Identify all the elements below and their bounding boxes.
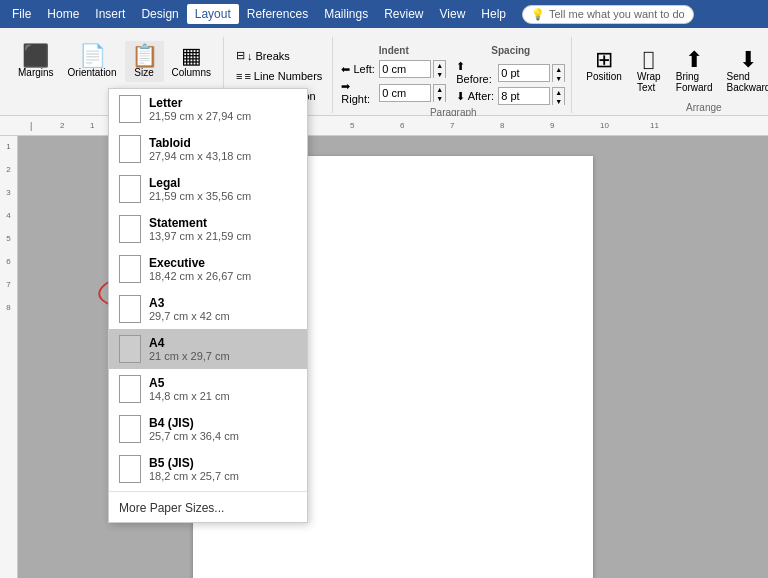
more-paper-sizes-button[interactable]: More Paper Sizes... bbox=[109, 494, 307, 522]
legal-text: Legal 21,59 cm x 35,56 cm bbox=[149, 176, 251, 202]
spacing-after-input[interactable] bbox=[498, 87, 550, 105]
lightbulb-icon: 💡 bbox=[531, 8, 545, 21]
orientation-label: Orientation bbox=[68, 67, 117, 78]
columns-label: Columns bbox=[172, 67, 211, 78]
tabloid-paper-icon bbox=[119, 135, 141, 163]
size-button[interactable]: 📋 Size bbox=[125, 41, 164, 82]
bring-forward-label: Bring Forward bbox=[676, 71, 713, 93]
orientation-icon: 📄 bbox=[79, 45, 106, 67]
tabloid-name: Tabloid bbox=[149, 136, 251, 150]
wrap-text-button[interactable]: ⌷ Wrap Text bbox=[630, 45, 668, 97]
letter-paper-icon bbox=[119, 95, 141, 123]
menu-view[interactable]: View bbox=[432, 4, 474, 24]
spinner-down-icon3[interactable]: ▼ bbox=[553, 74, 564, 83]
margins-label: Margins bbox=[18, 67, 54, 78]
menu-help[interactable]: Help bbox=[473, 4, 514, 24]
indent-left-input[interactable] bbox=[379, 60, 431, 78]
dropdown-item-a4[interactable]: A4 21 cm x 29,7 cm bbox=[109, 329, 307, 369]
a5-text: A5 14,8 cm x 21 cm bbox=[149, 376, 230, 402]
executive-name: Executive bbox=[149, 256, 251, 270]
dropdown-item-tabloid[interactable]: Tabloid 27,94 cm x 43,18 cm bbox=[109, 129, 307, 169]
b4jis-size: 25,7 cm x 36,4 cm bbox=[149, 430, 239, 442]
a3-name: A3 bbox=[149, 296, 230, 310]
menu-review[interactable]: Review bbox=[376, 4, 431, 24]
send-backward-label: Send Backward bbox=[726, 71, 768, 93]
columns-button[interactable]: ▦ Columns bbox=[166, 41, 217, 82]
spinner-up-icon[interactable]: ▲ bbox=[434, 61, 445, 70]
line-numbers-button[interactable]: ≡ ≡ Line Numbers bbox=[232, 68, 326, 84]
indent-right-input[interactable] bbox=[379, 84, 431, 102]
b5jis-size: 18,2 cm x 25,7 cm bbox=[149, 470, 239, 482]
spacing-after-label: ⬇ After: bbox=[456, 90, 496, 103]
margins-button[interactable]: ⬛ Margins bbox=[12, 41, 60, 82]
send-backward-button[interactable]: ⬇ Send Backward bbox=[720, 45, 768, 97]
breaks-button[interactable]: ⊟ ↓ Breaks bbox=[232, 47, 326, 64]
spinner-up-icon4[interactable]: ▲ bbox=[553, 88, 564, 97]
line-numbers-icon: ≡ bbox=[236, 70, 242, 82]
spinner-up-icon2[interactable]: ▲ bbox=[434, 85, 445, 94]
statement-text: Statement 13,97 cm x 21,59 cm bbox=[149, 216, 251, 242]
dropdown-item-legal[interactable]: Legal 21,59 cm x 35,56 cm bbox=[109, 169, 307, 209]
tell-me-text: Tell me what you want to do bbox=[549, 8, 685, 20]
a5-name: A5 bbox=[149, 376, 230, 390]
menu-references[interactable]: References bbox=[239, 4, 316, 24]
dropdown-item-letter[interactable]: Letter 21,59 cm x 27,94 cm bbox=[109, 89, 307, 129]
breaks-icon: ⊟ bbox=[236, 49, 245, 62]
spinner-up-icon3[interactable]: ▲ bbox=[553, 65, 564, 74]
menu-insert[interactable]: Insert bbox=[87, 4, 133, 24]
tell-me-input[interactable]: 💡 Tell me what you want to do bbox=[522, 5, 694, 24]
line-numbers-label: ≡ Line Numbers bbox=[244, 70, 322, 82]
a5-size: 14,8 cm x 21 cm bbox=[149, 390, 230, 402]
spinner-down-icon2[interactable]: ▼ bbox=[434, 94, 445, 103]
margins-icon: ⬛ bbox=[22, 45, 49, 67]
dropdown-item-b5jis[interactable]: B5 (JIS) 18,2 cm x 25,7 cm bbox=[109, 449, 307, 489]
menu-file[interactable]: File bbox=[4, 4, 39, 24]
b4jis-paper-icon bbox=[119, 415, 141, 443]
indent-right-label: ➡ Right: bbox=[341, 80, 377, 105]
dropdown-item-statement[interactable]: Statement 13,97 cm x 21,59 cm bbox=[109, 209, 307, 249]
legal-name: Legal bbox=[149, 176, 251, 190]
tabloid-size: 27,94 cm x 43,18 cm bbox=[149, 150, 251, 162]
spacing-after-spinner[interactable]: ▲ ▼ bbox=[552, 87, 565, 105]
a3-size: 29,7 cm x 42 cm bbox=[149, 310, 230, 322]
dropdown-item-a3[interactable]: A3 29,7 cm x 42 cm bbox=[109, 289, 307, 329]
menu-bar: File Home Insert Design Layout Reference… bbox=[0, 0, 768, 28]
spacing-before-input[interactable] bbox=[498, 64, 550, 82]
position-icon: ⊞ bbox=[595, 49, 613, 71]
vertical-ruler: 1 2 3 4 5 6 7 8 bbox=[0, 136, 18, 578]
statement-name: Statement bbox=[149, 216, 251, 230]
b5jis-name: B5 (JIS) bbox=[149, 456, 239, 470]
a4-text: A4 21 cm x 29,7 cm bbox=[149, 336, 230, 362]
indent-right-spinner[interactable]: ▲ ▼ bbox=[433, 84, 446, 102]
tabloid-text: Tabloid 27,94 cm x 43,18 cm bbox=[149, 136, 251, 162]
indent-left-label: ⬅ Left: bbox=[341, 63, 377, 76]
menu-design[interactable]: Design bbox=[133, 4, 186, 24]
dropdown-item-a5[interactable]: A5 14,8 cm x 21 cm bbox=[109, 369, 307, 409]
orientation-button[interactable]: 📄 Orientation bbox=[62, 41, 123, 82]
bring-forward-icon: ⬆ bbox=[685, 49, 703, 71]
spacing-title: Spacing bbox=[456, 45, 565, 56]
indent-title: Indent bbox=[341, 45, 446, 56]
breaks-label: ↓ Breaks bbox=[247, 50, 290, 62]
menu-home[interactable]: Home bbox=[39, 4, 87, 24]
wrap-text-icon: ⌷ bbox=[642, 49, 655, 71]
executive-size: 18,42 cm x 26,67 cm bbox=[149, 270, 251, 282]
statement-paper-icon bbox=[119, 215, 141, 243]
spacing-before-spinner[interactable]: ▲ ▼ bbox=[552, 64, 565, 82]
position-button[interactable]: ⊞ Position bbox=[580, 45, 628, 97]
size-icon: 📋 bbox=[131, 45, 158, 67]
dropdown-item-b4jis[interactable]: B4 (JIS) 25,7 cm x 36,4 cm bbox=[109, 409, 307, 449]
executive-text: Executive 18,42 cm x 26,67 cm bbox=[149, 256, 251, 282]
b4jis-text: B4 (JIS) 25,7 cm x 36,4 cm bbox=[149, 416, 239, 442]
spacing-before-label: ⬆ Before: bbox=[456, 60, 496, 85]
dropdown-item-executive[interactable]: Executive 18,42 cm x 26,67 cm bbox=[109, 249, 307, 289]
spinner-down-icon[interactable]: ▼ bbox=[434, 70, 445, 79]
statement-size: 13,97 cm x 21,59 cm bbox=[149, 230, 251, 242]
menu-mailings[interactable]: Mailings bbox=[316, 4, 376, 24]
legal-size: 21,59 cm x 35,56 cm bbox=[149, 190, 251, 202]
indent-left-spinner[interactable]: ▲ ▼ bbox=[433, 60, 446, 78]
bring-forward-button[interactable]: ⬆ Bring Forward bbox=[670, 45, 719, 97]
spinner-down-icon4[interactable]: ▼ bbox=[553, 97, 564, 106]
menu-layout[interactable]: Layout bbox=[187, 4, 239, 24]
position-label: Position bbox=[586, 71, 622, 82]
